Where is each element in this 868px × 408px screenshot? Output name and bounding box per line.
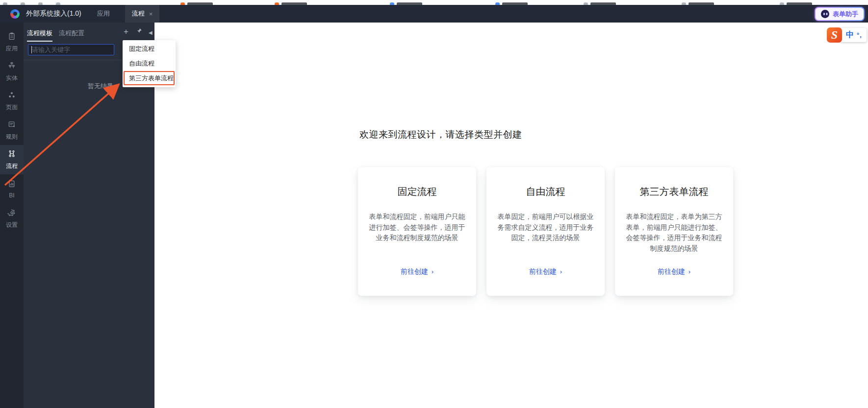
entity-icon	[7, 61, 16, 72]
tab-flow-config[interactable]: 流程配置	[59, 29, 84, 41]
flow-type-cards: 固定流程 表单和流程固定，前端用户只能进行加签、会签等操作，适用于业务和流程制度…	[358, 167, 733, 296]
sidebar-item-settings[interactable]: 设置	[0, 204, 24, 233]
main-content: 欢迎来到流程设计，请选择类型并创建 固定流程 表单和流程固定，前端用户只能进行加…	[154, 23, 868, 408]
bookmark-item[interactable]	[780, 1, 812, 5]
sidebar-item-label: 实体	[6, 74, 18, 82]
bookmark-item[interactable]	[390, 1, 422, 5]
sidebar-item-app[interactable]: 应用	[0, 27, 24, 57]
card-title: 自由流程	[486, 185, 605, 198]
form-assistant-button[interactable]: 表单助手	[815, 7, 865, 21]
text-caret	[31, 46, 32, 53]
page-icon	[7, 91, 16, 101]
app-header: 外部系统接入(1.0) 应用 流程 × 表单助手	[0, 5, 868, 23]
sidebar-item-entity[interactable]: 实体	[0, 57, 24, 86]
bookmark-item[interactable]	[56, 1, 60, 5]
header-tab-flow-label: 流程	[132, 9, 145, 18]
chevron-right-icon: ›	[689, 268, 690, 275]
ime-punct-indicator: °,	[857, 31, 862, 39]
go-create-link[interactable]: 前往创建›	[615, 267, 733, 276]
bookmark-item[interactable]	[3, 1, 7, 5]
robot-icon	[821, 10, 829, 18]
bookmark-item[interactable]	[584, 1, 616, 5]
card-third-party-form-flow[interactable]: 第三方表单流程 表单和流程固定，表单为第三方表单，前端用户只能进行加签、会签等操…	[615, 167, 733, 296]
form-assistant-label: 表单助手	[833, 10, 858, 19]
card-title: 第三方表单流程	[615, 185, 733, 198]
sidebar-item-label: BI	[9, 192, 14, 199]
bookmark-item[interactable]	[180, 1, 213, 5]
sidebar-item-flow[interactable]: 流程	[0, 145, 24, 174]
card-fixed-flow[interactable]: 固定流程 表单和流程固定，前端用户只能进行加签、会签等操作，适用于业务和流程制度…	[358, 167, 476, 296]
sidebar-item-page[interactable]: 页面	[0, 86, 24, 116]
card-description: 表单固定，前端用户可以根据业务需求自定义流程，适用于业务固定，流程灵活的场景	[495, 212, 596, 243]
dropdown-item-third-party-form-flow[interactable]: 第三方表单流程	[123, 71, 176, 86]
bi-icon	[7, 179, 16, 190]
go-create-link[interactable]: 前往创建›	[486, 267, 605, 276]
module-sidebar: 应用 实体 页面 规则 流程 BI 设置	[0, 23, 24, 408]
sidebar-item-label: 流程	[6, 162, 18, 170]
sidebar-item-label: 设置	[6, 221, 18, 229]
app-icon	[7, 32, 16, 43]
header-tab-app[interactable]: 应用	[97, 9, 110, 18]
ime-status-pill[interactable]: 中 °,	[840, 28, 867, 42]
create-flow-dropdown: 固定流程 自由流程 第三方表单流程	[123, 40, 176, 87]
header-tab-flow[interactable]: 流程 ×	[125, 5, 160, 23]
bookmark-item[interactable]	[495, 1, 528, 5]
sidebar-item-bi[interactable]: BI	[0, 174, 24, 204]
form-assistant-inner: 表单助手	[816, 8, 864, 20]
empty-result-text: 暂无结果	[88, 82, 113, 91]
sidebar-item-label: 应用	[6, 45, 18, 53]
sidebar-item-label: 页面	[6, 103, 18, 112]
browser-bookmarks-bar	[0, 0, 868, 5]
card-title: 固定流程	[358, 185, 476, 198]
dropdown-item-free-flow[interactable]: 自由流程	[123, 56, 176, 71]
card-description: 表单和流程固定，表单为第三方表单，前端用户只能进行加签、会签等操作，适用于业务和…	[623, 212, 725, 254]
go-create-label: 前往创建	[529, 267, 557, 275]
go-create-label: 前往创建	[658, 267, 685, 275]
dropdown-item-fixed-flow[interactable]: 固定流程	[123, 42, 176, 56]
ime-indicator: S 中 °,	[827, 27, 867, 43]
go-create-label: 前往创建	[401, 267, 428, 275]
card-description: 表单和流程固定，前端用户只能进行加签、会签等操作，适用于业务和流程制度规范的场景	[366, 212, 468, 243]
chevron-right-icon: ›	[432, 268, 434, 275]
sidebar-item-label: 规则	[6, 133, 18, 141]
sogou-logo-icon[interactable]: S	[827, 27, 842, 43]
go-create-link[interactable]: 前往创建›	[358, 267, 476, 276]
bookmark-item[interactable]	[682, 1, 714, 5]
flow-icon	[7, 149, 16, 160]
tab-flow-template[interactable]: 流程模板	[27, 29, 52, 41]
app-title: 外部系统接入(1.0)	[26, 9, 81, 18]
ime-lang-indicator: 中	[846, 30, 854, 40]
add-flow-button[interactable]: +	[124, 28, 128, 36]
sidebar-item-rule[interactable]: 规则	[0, 116, 24, 145]
collapse-panel-icon[interactable]: ◀	[149, 29, 153, 37]
page-title: 欢迎来到流程设计，请选择类型并创建	[359, 128, 522, 141]
pin-icon[interactable]	[136, 28, 142, 36]
settings-icon	[7, 208, 16, 219]
card-free-flow[interactable]: 自由流程 表单固定，前端用户可以根据业务需求自定义流程，适用于业务固定，流程灵活…	[486, 167, 605, 296]
app-logo-icon[interactable]	[10, 9, 20, 19]
rule-icon	[7, 120, 16, 131]
close-tab-icon[interactable]: ×	[149, 11, 153, 17]
bookmark-item[interactable]	[275, 1, 307, 5]
chevron-right-icon: ›	[560, 268, 562, 275]
search-input[interactable]	[28, 44, 114, 55]
bookmark-item[interactable]	[38, 1, 43, 5]
bookmark-item[interactable]	[21, 1, 25, 5]
panel-tabs: 流程模板 流程配置	[27, 29, 84, 41]
